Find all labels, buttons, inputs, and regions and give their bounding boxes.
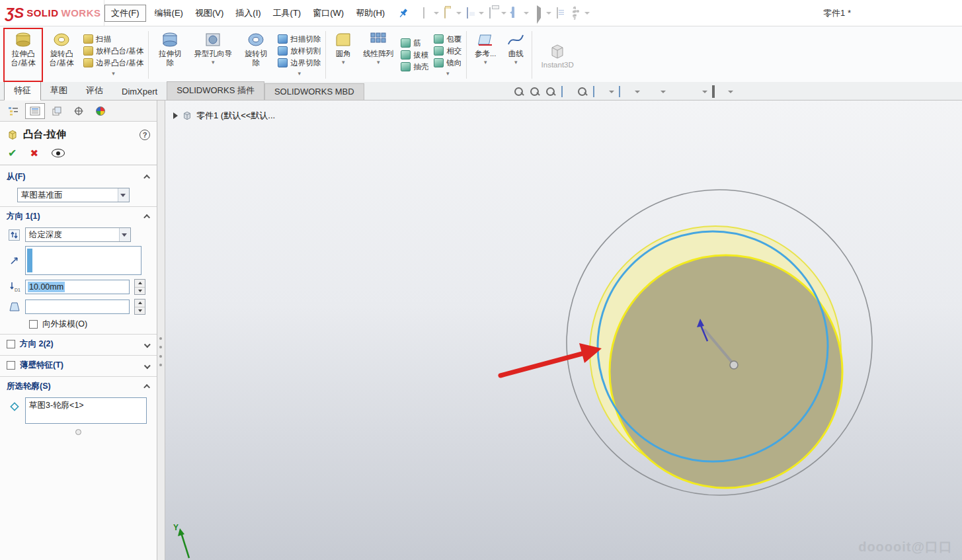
draft-angle-input[interactable] [25,300,130,314]
menu-view[interactable]: 视图(V) [189,5,229,21]
tab-displaymanager[interactable] [91,103,110,119]
tab-sketch[interactable]: 草图 [41,82,77,100]
menu-help[interactable]: 帮助(H) [350,5,391,21]
lofted-cut-button[interactable]: 放样切割 [278,46,321,56]
chevron-down-icon[interactable] [702,91,707,93]
previous-view-icon[interactable] [545,87,557,97]
wrap-button[interactable]: 包覆 [434,34,461,44]
hide-show-items-icon[interactable] [645,87,656,97]
reverse-direction-button[interactable] [8,229,20,241]
intersect-button[interactable]: 相交 [434,46,461,56]
file-properties-button[interactable] [555,6,569,20]
preview-eye-icon[interactable] [52,149,65,157]
help-icon[interactable] [140,130,150,140]
thin-feature-checkbox[interactable] [7,361,15,370]
chevron-down-icon[interactable] [728,91,733,93]
tab-dimxpert[interactable]: DimXpert [112,84,167,100]
selected-contours-listbox[interactable]: 草图3-轮廓<1> [25,397,147,424]
hole-wizard-button[interactable]: 异型孔向导 [189,28,237,81]
edit-appearance-icon[interactable] [670,87,682,97]
extruded-boss-button[interactable]: 拉伸凸 台/基体 [4,28,42,81]
extruded-cut-button[interactable]: 拉伸切 除 [151,28,189,81]
chevron-down-icon[interactable] [278,71,321,76]
view-orientation-icon[interactable] [593,87,604,97]
boundary-boss-button[interactable]: 边界凸台/基体 [83,58,143,68]
chevron-down-icon[interactable] [484,60,487,65]
tab-featuremanager-tree[interactable] [3,103,23,119]
tab-dimxpertmanager[interactable] [69,103,89,119]
end-condition-select[interactable]: 给定深度 [25,227,131,242]
cancel-button[interactable] [30,147,38,159]
extrude-preview-face[interactable] [610,255,842,488]
chevron-down-icon[interactable] [342,60,345,65]
menu-file[interactable]: 文件(F) [104,5,146,22]
revolved-boss-button[interactable]: 旋转凸 台/基体 [42,28,81,81]
revolved-cut-button[interactable]: 旋转切 除 [237,28,275,81]
chevron-down-icon[interactable] [434,71,461,76]
display-style-icon[interactable] [619,87,630,97]
chevron-down-icon[interactable] [514,60,518,65]
tree-expand-arrow-icon[interactable] [173,112,178,119]
zoom-to-area-icon[interactable] [530,87,541,97]
open-button[interactable] [442,6,463,20]
print-button[interactable] [487,6,508,20]
ok-button[interactable] [8,147,17,159]
section-direction2-header[interactable]: 方向 2(2) [0,334,157,353]
options-button[interactable] [571,6,592,20]
from-condition-select[interactable]: 草图基准面 [17,188,130,202]
menu-tools[interactable]: 工具(T) [267,5,307,21]
panel-resize-handle[interactable] [75,429,81,435]
swept-cut-button[interactable]: 扫描切除 [278,34,321,44]
depth-input[interactable]: 10.00mm [25,280,130,294]
undo-button[interactable] [510,6,531,20]
zoom-to-fit-icon[interactable] [514,87,525,97]
swept-boss-button[interactable]: 扫描 [83,34,143,44]
tab-propertymanager[interactable] [25,103,45,119]
panel-splitter[interactable] [157,100,165,560]
section-from-header[interactable]: 从(F) [0,167,157,186]
chevron-down-icon[interactable] [609,91,614,93]
apply-scene-icon[interactable] [686,87,698,97]
tab-configurationmanager[interactable] [47,103,67,119]
draft-outward-checkbox[interactable] [29,320,38,329]
linear-pattern-button[interactable]: 线性阵列 [358,28,398,81]
section-thin-feature-header[interactable]: 薄壁特征(T) [0,355,157,374]
section-direction1-header[interactable]: 方向 1(1) [0,206,157,225]
pin-menu-icon[interactable] [397,7,409,19]
tab-features[interactable]: 特征 [4,81,41,100]
spin-up-icon[interactable] [135,280,145,288]
mirror-button[interactable]: 镜向 [434,58,461,68]
selected-contour-item[interactable]: 草图3-轮廓<1> [29,400,84,411]
shell-button[interactable]: 抽壳 [401,62,428,72]
rib-button[interactable]: 筋 [401,38,428,48]
chevron-down-icon[interactable] [83,71,143,76]
tab-solidworks-mbd[interactable]: SOLIDWORKS MBD [264,83,364,100]
dynamic-annotation-icon[interactable] [577,87,588,97]
save-button[interactable] [465,6,486,20]
tree-root-label[interactable]: 零件1 (默认<<默认... [196,110,275,122]
chevron-down-icon[interactable] [661,91,666,93]
section-selected-contours-header[interactable]: 所选轮廓(S) [0,376,157,395]
spin-up-icon[interactable] [135,300,145,307]
section-view-icon[interactable] [561,87,573,97]
tab-evaluate[interactable]: 评估 [77,82,112,100]
reference-geometry-button[interactable]: 参考... [469,28,502,81]
depth-spinner[interactable] [134,279,145,295]
menu-edit[interactable]: 编辑(E) [149,5,189,21]
draft-angle-spinner[interactable] [134,299,145,315]
boundary-cut-button[interactable]: 边界切除 [278,58,321,68]
menu-window[interactable]: 窗口(W) [307,5,350,21]
dropdown-button[interactable] [118,188,129,202]
tab-solidworks-addins[interactable]: SOLIDWORKS 插件 [167,81,264,100]
view-settings-icon[interactable] [712,87,723,97]
lofted-boss-button[interactable]: 放样凸台/基体 [83,46,143,56]
select-button[interactable] [532,6,553,20]
direction2-checkbox[interactable] [7,340,15,348]
menu-insert[interactable]: 插入(I) [229,5,266,21]
chevron-down-icon[interactable] [212,60,215,65]
direction-reference-input[interactable] [25,246,141,275]
chevron-down-icon[interactable] [635,91,640,93]
graphics-viewport[interactable]: 零件1 (默认<<默认... [165,100,962,560]
chevron-down-icon[interactable] [377,60,380,65]
curves-button[interactable]: 曲线 [502,28,530,81]
